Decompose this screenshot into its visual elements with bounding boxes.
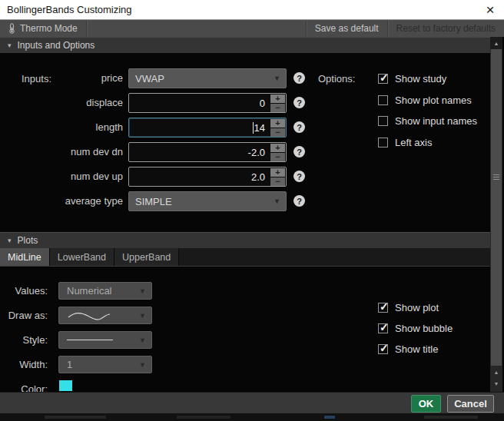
width-select[interactable]: 1 ▼ (58, 356, 152, 373)
price-select[interactable]: VWAP ▼ (128, 68, 287, 88)
checkbox-label: Show study (395, 73, 446, 85)
num-dev-dn-value: -2.0 (248, 147, 265, 158)
spinner-buttons: + − (270, 168, 285, 185)
increment-button[interactable]: + (270, 168, 285, 177)
average-type-label: average type (0, 191, 123, 211)
checkbox-show-plot-names[interactable]: Show plot names (378, 94, 472, 105)
values-select-value: Numerical (67, 285, 112, 297)
scroll-down-icon[interactable]: ▼ (490, 381, 502, 386)
checkbox-show-input-names[interactable]: Show input names (378, 115, 477, 126)
price-select-value: VWAP (135, 73, 164, 85)
thermo-mode-button[interactable]: Thermo Mode (0, 20, 86, 37)
decrement-button[interactable]: − (270, 128, 285, 137)
average-type-select[interactable]: SIMPLE ▼ (128, 191, 287, 211)
checkbox-icon (378, 95, 388, 105)
vertical-scrollbar[interactable]: ▲ ▲ ▼ (490, 37, 502, 392)
decrement-button[interactable]: − (270, 177, 285, 186)
style-select[interactable]: ▼ (58, 331, 152, 349)
title-bar: BollingerBands Customizing × (0, 0, 504, 20)
chevron-down-icon: ▾ (8, 41, 12, 49)
checkbox-show-plot[interactable]: Show plot (378, 302, 439, 313)
close-icon[interactable]: × (481, 1, 499, 19)
text-cursor (253, 122, 254, 134)
num-dev-dn-input[interactable]: -2.0 + − (128, 142, 287, 162)
average-type-select-value: SIMPLE (135, 196, 172, 207)
dropdown-arrow-icon: ▼ (139, 287, 146, 295)
checkbox-label: Show plot names (395, 94, 472, 106)
draw-as-select[interactable]: ▼ (58, 307, 152, 324)
color-swatch[interactable] (59, 380, 72, 391)
num-dev-up-input[interactable]: 2.0 + − (128, 167, 287, 187)
dropdown-arrow-icon: ▼ (139, 312, 146, 320)
dialog-title: BollingerBands Customizing (7, 4, 132, 15)
checkbox-show-title[interactable]: Show title (378, 343, 438, 354)
help-icon[interactable]: ? (293, 121, 305, 133)
checkbox-label: Show input names (395, 115, 477, 127)
scrollbar-thumb[interactable] (491, 49, 502, 366)
num-dev-dn-label: num dev dn (0, 142, 123, 162)
length-value: 14 (254, 122, 265, 134)
spinner-buttons: + − (270, 144, 285, 161)
cancel-button[interactable]: Cancel (447, 395, 494, 413)
reset-to-factory-defaults-button: Reset to factory defaults (388, 20, 504, 37)
checkbox-label: Left axis (395, 137, 432, 148)
help-icon[interactable]: ? (293, 171, 305, 182)
plot-row-values: Values: Numerical ▼ (0, 282, 200, 300)
dropdown-arrow-icon: ▼ (274, 197, 280, 205)
checkbox-label: Show plot (395, 302, 439, 313)
checkbox-left-axis[interactable]: Left axis (378, 137, 432, 148)
help-icon[interactable]: ? (293, 146, 305, 157)
checkbox-label: Show bubble (395, 323, 453, 334)
tab-lowerband[interactable]: LowerBand (50, 248, 114, 266)
dropdown-arrow-icon: ▼ (139, 361, 146, 369)
thermo-mode-label: Thermo Mode (20, 23, 78, 34)
num-dev-up-label: num dev up (0, 167, 123, 187)
section-inputs-and-options[interactable]: ▾ Inputs and Options (0, 37, 490, 53)
solid-line-icon (67, 340, 113, 340)
increment-button[interactable]: + (270, 119, 285, 128)
help-icon[interactable]: ? (293, 97, 305, 108)
tab-upperband[interactable]: UpperBand (114, 248, 179, 266)
options-group-label: Options: (318, 73, 355, 85)
checkbox-show-bubble[interactable]: Show bubble (378, 323, 453, 333)
plot-row-width: Width: 1 ▼ (0, 356, 200, 373)
plot-row-style: Style: ▼ (0, 331, 200, 349)
length-input[interactable]: 14 + − (128, 118, 287, 138)
width-label: Width: (0, 356, 48, 373)
checkbox-show-study[interactable]: Show study (378, 73, 446, 84)
save-as-default-button[interactable]: Save as default (307, 20, 387, 37)
increment-button[interactable]: + (270, 144, 285, 152)
values-select[interactable]: Numerical ▼ (58, 282, 152, 300)
decrement-button[interactable]: − (270, 153, 285, 161)
section-inputs-and-options-label: Inputs and Options (18, 40, 95, 51)
help-icon[interactable]: ? (293, 72, 305, 84)
increment-button[interactable]: + (270, 94, 285, 103)
plots-tab-bar: MidLine LowerBand UpperBand (0, 248, 490, 267)
background-smudge (324, 416, 335, 419)
background-smudge (177, 416, 230, 419)
checkbox-icon (378, 138, 388, 148)
checkbox-icon (378, 344, 388, 354)
tab-midline[interactable]: MidLine (0, 248, 50, 266)
plot-row-draw-as: Draw as: ▼ (0, 307, 200, 324)
background-smudge (424, 416, 478, 419)
help-icon[interactable]: ? (293, 195, 305, 207)
input-row-price: price VWAP ▼ ? (0, 68, 307, 88)
decrement-button[interactable]: − (270, 104, 285, 112)
ok-button[interactable]: OK (411, 395, 441, 413)
spinner-buttons: + − (270, 119, 285, 136)
input-row-average-type: average type SIMPLE ▼ ? (0, 191, 307, 211)
section-plots[interactable]: ▾ Plots (0, 232, 490, 248)
checkbox-icon (378, 303, 388, 313)
toolbar-spacer (87, 20, 306, 37)
background-smudge (45, 416, 106, 419)
scroll-up-icon[interactable]: ▲ (490, 370, 502, 375)
spinner-buttons: + − (270, 94, 285, 111)
thermometer-icon (8, 23, 15, 34)
scroll-up-button[interactable]: ▲ (490, 37, 502, 49)
input-row-num-dev-up: num dev up 2.0 + − ? (0, 167, 307, 187)
checkbox-icon (378, 323, 388, 333)
background-app-glimpse (0, 413, 504, 421)
dialog-footer: OK Cancel (0, 392, 504, 413)
displace-input[interactable]: 0 + − (128, 93, 287, 113)
